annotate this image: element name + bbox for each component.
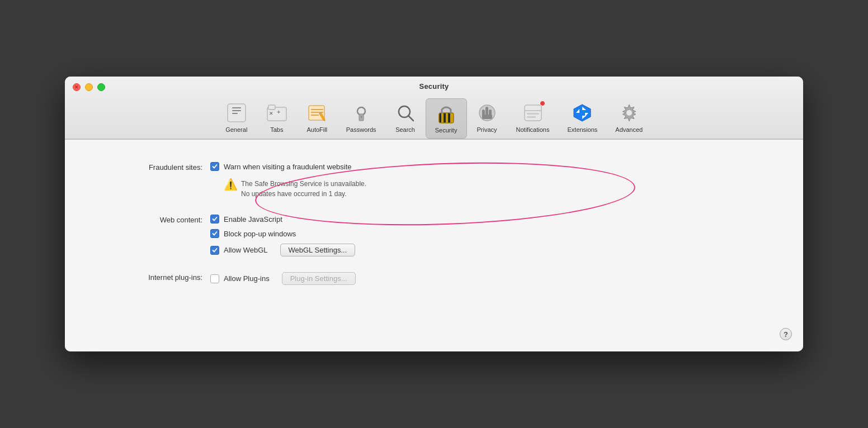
warning-icon: ⚠️ (224, 179, 238, 190)
plugins-row: Internet plug-ins: Allow Plug-ins Plug-i… (98, 272, 770, 285)
preferences-window: ✕ Security General (65, 77, 803, 351)
content-area: Fraudulent sites: Warn when visiting a f… (65, 139, 803, 351)
svg-rect-5 (268, 105, 275, 110)
advanced-icon (618, 102, 640, 124)
toolbar-item-notifications[interactable]: Notifications (507, 98, 559, 139)
passwords-label: Passwords (346, 126, 376, 133)
window-controls: ✕ (73, 83, 105, 91)
warn-checkbox-row: Warn when visiting a fraudulent website (210, 162, 366, 171)
web-content-label: Web content: (98, 215, 210, 224)
toolbar: General + ✕ Tabs (65, 95, 803, 139)
warning-line2: No updates have occurred in 1 day. (241, 190, 347, 198)
svg-text:✕: ✕ (269, 111, 273, 116)
svg-rect-33 (527, 113, 539, 115)
security-label: Security (435, 127, 457, 134)
svg-point-41 (626, 110, 632, 116)
svg-text:+: + (277, 108, 280, 115)
toolbar-item-privacy[interactable]: Privacy (467, 98, 507, 139)
autofill-label: AutoFill (306, 126, 327, 133)
popup-row: Block pop-up windows (210, 229, 355, 238)
plugins-controls: Allow Plug-ins Plug-in Settings... (210, 272, 356, 285)
toolbar-item-passwords[interactable]: Passwords (337, 98, 385, 139)
window-title: Security (65, 82, 803, 95)
svg-rect-1 (232, 107, 241, 108)
advanced-label: Advanced (615, 126, 643, 133)
toolbar-item-security[interactable]: Security (426, 98, 467, 139)
toolbar-item-search[interactable]: Search (385, 98, 426, 139)
warn-checkbox[interactable] (210, 162, 219, 171)
svg-rect-34 (527, 116, 536, 118)
maximize-button[interactable] (97, 83, 105, 91)
close-button[interactable]: ✕ (73, 83, 81, 91)
toolbar-item-extensions[interactable]: Extensions (558, 98, 606, 139)
allow-plugins-row: Allow Plug-ins Plug-in Settings... (210, 272, 356, 285)
toolbar-item-general[interactable]: General (216, 98, 257, 139)
web-content-row: Web content: Enable JavaScript (98, 215, 770, 256)
webgl-row: Allow WebGL WebGL Settings... (210, 244, 355, 256)
notifications-icon (522, 102, 544, 124)
extensions-icon (571, 102, 593, 124)
svg-rect-3 (232, 113, 238, 114)
svg-rect-40 (579, 110, 585, 116)
javascript-label: Enable JavaScript (224, 215, 282, 223)
allow-plugins-checkbox[interactable] (210, 274, 219, 283)
minimize-button[interactable] (85, 83, 93, 91)
general-label: General (225, 126, 247, 133)
svg-rect-23 (444, 113, 446, 123)
svg-rect-30 (482, 115, 492, 119)
search-label: Search (395, 126, 415, 133)
javascript-row: Enable JavaScript (210, 215, 355, 223)
security-icon (435, 102, 457, 125)
extensions-label: Extensions (567, 126, 597, 133)
toolbar-item-autofill[interactable]: AutoFill (297, 98, 337, 139)
general-icon (225, 102, 248, 124)
toolbar-item-advanced[interactable]: Advanced (606, 98, 652, 139)
warning-row: ⚠️ The Safe Browsing Service is unavaila… (224, 179, 366, 199)
privacy-label: Privacy (477, 126, 497, 133)
warning-line1: The Safe Browsing Service is unavailable… (241, 180, 366, 188)
svg-line-20 (408, 116, 413, 121)
titlebar: ✕ Security General (65, 77, 803, 139)
fraudulent-label: Fraudulent sites: (98, 162, 210, 172)
tabs-label: Tabs (270, 126, 283, 133)
fraudulent-controls: Warn when visiting a fraudulent website … (210, 162, 366, 199)
javascript-checkbox[interactable] (210, 215, 219, 223)
toolbar-item-tabs[interactable]: + ✕ Tabs (257, 98, 297, 139)
fraudulent-sites-row: Fraudulent sites: Warn when visiting a f… (98, 162, 770, 199)
svg-rect-24 (448, 113, 450, 123)
popup-label: Block pop-up windows (224, 230, 296, 238)
privacy-icon (476, 102, 498, 124)
webgl-settings-button[interactable]: WebGL Settings... (280, 244, 356, 256)
plugins-label: Internet plug-ins: (98, 272, 210, 282)
webgl-label: Allow WebGL (224, 246, 268, 254)
webgl-checkbox[interactable] (210, 246, 219, 255)
notification-badge (540, 101, 545, 106)
svg-rect-2 (232, 110, 241, 111)
tabs-icon: + ✕ (266, 102, 288, 124)
help-button[interactable]: ? (780, 328, 792, 340)
warn-label: Warn when visiting a fraudulent website (224, 163, 352, 171)
notifications-label: Notifications (516, 126, 550, 133)
plugin-settings-button: Plug-in Settings... (282, 272, 356, 285)
allow-plugins-label: Allow Plug-ins (224, 274, 270, 283)
autofill-icon (306, 102, 328, 124)
search-icon (394, 102, 417, 124)
popup-checkbox[interactable] (210, 229, 219, 238)
warning-text: The Safe Browsing Service is unavailable… (241, 179, 366, 199)
svg-rect-27 (485, 107, 488, 116)
passwords-icon (350, 102, 372, 124)
web-content-controls: Enable JavaScript Block pop-up windows (210, 215, 355, 256)
